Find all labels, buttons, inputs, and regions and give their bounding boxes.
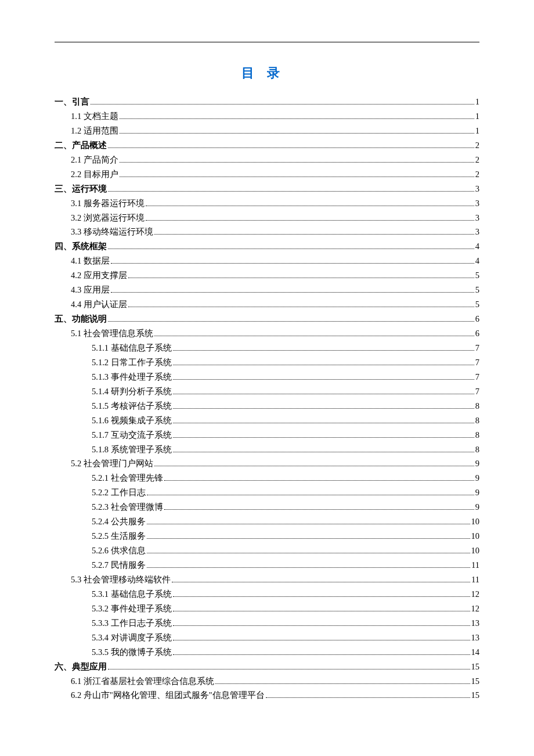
toc-entry: 4.3 应用层5 (55, 283, 479, 297)
toc-leader (108, 669, 470, 669)
toc-entry: 四、系统框架4 (55, 239, 479, 254)
toc-leader (154, 234, 474, 235)
toc-leader (173, 640, 470, 640)
toc-leader (173, 408, 474, 409)
toc-entry-label: 5.2.2 工作日志 (92, 485, 146, 500)
toc-leader (120, 162, 474, 163)
toc-entry-page: 1 (475, 124, 479, 138)
toc-leader (164, 480, 474, 481)
toc-entry: 5.3.5 我的微博子系统14 (55, 645, 479, 660)
toc-leader (266, 697, 470, 698)
toc-leader (173, 452, 474, 452)
toc-entry-page: 2 (475, 153, 479, 167)
toc-entry-label: 4.1 数据层 (71, 254, 110, 268)
toc-leader (91, 104, 474, 105)
toc-entry-label: 5.3.5 我的微博子系统 (92, 645, 172, 660)
toc-entry-page: 3 (475, 211, 479, 225)
toc-entry-label: 5.3.4 对讲调度子系统 (92, 631, 172, 645)
top-rule (55, 42, 479, 42)
toc-entry-label: 5.1.1 基础信息子系统 (92, 341, 172, 355)
toc-entry: 5.3.2 事件处理子系统12 (55, 602, 479, 616)
toc-entry: 5.3 社会管理移动终端软件11 (55, 573, 479, 587)
toc-entry-label: 5.1 社会管理信息系统 (71, 326, 153, 341)
toc-leader (108, 147, 474, 148)
toc-title: 目录 (55, 64, 479, 82)
toc-entry-label: 5.2.7 民情服务 (92, 558, 146, 573)
toc-entry-page: 2 (475, 167, 479, 182)
toc-entry-page: 9 (475, 485, 479, 500)
toc-entry: 4.4 用户认证层5 (55, 297, 479, 312)
toc-entry-label: 5.2 社会管理门户网站 (71, 456, 153, 471)
toc-entry: 5.2.2 工作日志9 (55, 485, 479, 500)
toc-entry-label: 5.1.8 系统管理子系统 (92, 442, 172, 457)
toc-entry: 五、功能说明6 (55, 312, 479, 326)
toc-leader (128, 278, 474, 278)
toc-entry-label: 5.2.3 社会管理微博 (92, 500, 163, 514)
toc-entry-label: 三、运行环境 (55, 182, 107, 196)
toc-entry-page: 3 (475, 225, 479, 239)
toc-entry-label: 5.1.7 互动交流子系统 (92, 428, 172, 442)
toc-entry-page: 1 (475, 95, 479, 109)
toc-entry-label: 2.2 目标用户 (71, 167, 118, 182)
toc-entry-page: 5 (475, 268, 479, 283)
toc-entry-page: 7 (475, 384, 479, 399)
toc-entry-page: 15 (471, 674, 480, 689)
toc-entry-label: 5.3 社会管理移动终端软件 (71, 573, 171, 587)
toc-entry-page: 5 (475, 283, 479, 297)
toc-entry: 2.2 目标用户2 (55, 167, 479, 182)
toc-leader (147, 538, 470, 539)
toc-entry-label: 3.3 移动终端运行环境 (71, 225, 153, 239)
toc-entry-label: 5.1.6 视频集成子系统 (92, 413, 172, 428)
toc-entry: 5.1.8 系统管理子系统8 (55, 442, 479, 457)
toc-entry-page: 7 (475, 341, 479, 355)
toc-leader (173, 437, 474, 438)
toc-entry-page: 9 (475, 471, 479, 485)
toc-leader (128, 307, 474, 307)
toc-entry: 5.2.6 供求信息10 (55, 543, 479, 558)
toc-list: 一、引言11.1 文档主题11.2 适用范围1二、产品概述22.1 产品简介22… (55, 95, 479, 703)
toc-leader (164, 509, 474, 510)
toc-entry-page: 13 (471, 616, 480, 631)
toc-entry: 5.1.2 日常工作子系统7 (55, 355, 479, 370)
toc-leader (173, 625, 470, 626)
toc-entry-page: 4 (475, 239, 479, 254)
toc-entry: 3.3 移动终端运行环境3 (55, 225, 479, 239)
toc-entry-label: 5.3.1 基础信息子系统 (92, 587, 172, 602)
toc-entry-label: 六、典型应用 (55, 660, 107, 674)
toc-entry-page: 9 (475, 500, 479, 514)
toc-entry: 5.1 社会管理信息系统6 (55, 326, 479, 341)
toc-entry: 5.1.1 基础信息子系统7 (55, 341, 479, 355)
toc-entry-label: 4.3 应用层 (71, 283, 110, 297)
toc-entry: 5.1.7 互动交流子系统8 (55, 428, 479, 442)
toc-leader (215, 683, 470, 684)
toc-entry-label: 5.2.4 公共服务 (92, 514, 146, 529)
toc-entry-label: 5.2.1 社会管理先锋 (92, 471, 163, 485)
toc-leader (147, 553, 470, 553)
toc-entry-label: 2.1 产品简介 (71, 153, 118, 167)
toc-leader (120, 133, 474, 134)
toc-entry: 5.1.6 视频集成子系统8 (55, 413, 479, 428)
toc-entry: 1.2 适用范围1 (55, 124, 479, 138)
toc-entry: 5.3.3 工作日志子系统13 (55, 616, 479, 631)
toc-entry: 三、运行环境3 (55, 182, 479, 196)
toc-leader (173, 596, 470, 597)
toc-entry-label: 4.4 用户认证层 (71, 297, 127, 312)
toc-leader (108, 249, 474, 249)
toc-leader (173, 350, 474, 351)
toc-leader (154, 336, 474, 336)
toc-entry-page: 6 (475, 312, 479, 326)
toc-entry-page: 12 (471, 602, 480, 616)
toc-entry-label: 四、系统框架 (55, 239, 107, 254)
toc-entry: 6.2 舟山市"网格化管理、组团式服务"信息管理平台15 (55, 688, 479, 703)
toc-leader (147, 524, 470, 524)
toc-entry-page: 9 (475, 456, 479, 471)
toc-entry: 2.1 产品简介2 (55, 153, 479, 167)
toc-entry-label: 5.1.3 事件处理子系统 (92, 370, 172, 384)
toc-entry: 5.2.1 社会管理先锋9 (55, 471, 479, 485)
toc-entry-label: 5.3.3 工作日志子系统 (92, 616, 172, 631)
toc-entry: 3.1 服务器运行环境3 (55, 196, 479, 211)
toc-entry: 1.1 文档主题1 (55, 109, 479, 124)
toc-leader (173, 379, 474, 380)
toc-entry-label: 5.1.4 研判分析子系统 (92, 384, 172, 399)
toc-entry-label: 6.1 浙江省基层社会管理综合信息系统 (71, 674, 214, 689)
